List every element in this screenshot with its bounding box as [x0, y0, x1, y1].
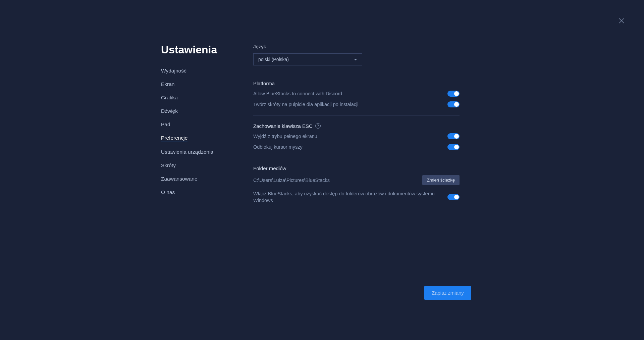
sidebar-item-pad[interactable]: Pad [161, 122, 228, 128]
esc-fullscreen-label: Wyjdź z trybu pełnego ekranu [253, 133, 317, 140]
esc-cursor-toggle[interactable] [447, 144, 460, 150]
content-panel: Język polski (Polska) Platforma Allow Bl… [238, 44, 460, 219]
help-icon[interactable]: ? [315, 123, 321, 129]
media-path: C:\Users\Luiza\Pictures\BlueStacks [253, 178, 330, 183]
media-access-toggle[interactable] [447, 194, 460, 200]
discord-label: Allow BlueStacks to connect with Discord [253, 90, 342, 97]
sidebar-item-screen[interactable]: Ekran [161, 81, 228, 88]
toggle-knob [454, 145, 459, 149]
media-access-label: Włącz BlueStacks, aby uzyskać dostęp do … [253, 190, 441, 204]
discord-toggle[interactable] [447, 91, 460, 97]
sidebar-item-graphics[interactable]: Grafika [161, 95, 228, 101]
page-title: Ustawienia [161, 44, 228, 56]
toggle-knob [454, 91, 459, 96]
section-media: Folder mediów C:\Users\Luiza\Pictures\Bl… [253, 165, 460, 211]
section-title-media: Folder mediów [253, 165, 460, 171]
save-button[interactable]: Zapisz zmiany [424, 286, 471, 300]
close-icon[interactable] [618, 17, 626, 25]
language-select[interactable]: polski (Polska) [253, 53, 362, 65]
section-platform: Platforma Allow BlueStacks to connect wi… [253, 81, 460, 116]
sidebar-item-sound[interactable]: Dźwięk [161, 108, 228, 115]
section-language: Język polski (Polska) [253, 44, 460, 73]
esc-cursor-label: Odblokuj kursor myszy [253, 144, 303, 150]
toggle-knob [454, 195, 459, 199]
chevron-down-icon [354, 59, 357, 60]
section-title-platform: Platforma [253, 81, 460, 86]
change-path-button[interactable]: Zmień ścieżkę [422, 175, 460, 185]
esc-fullscreen-toggle[interactable] [447, 133, 460, 139]
sidebar-item-preferences[interactable]: Preferencje [161, 135, 187, 142]
shortcuts-label: Twórz skróty na pulpicie dla aplikacji p… [253, 101, 359, 108]
sidebar: Wydajność Ekran Grafika Dźwięk Pad Prefe… [161, 68, 228, 196]
sidebar-item-performance[interactable]: Wydajność [161, 68, 228, 75]
sidebar-item-shortcuts[interactable]: Skróty [161, 162, 228, 169]
toggle-knob [454, 102, 459, 107]
language-selected-value: polski (Polska) [258, 57, 289, 62]
sidebar-item-about[interactable]: O nas [161, 189, 228, 196]
sidebar-item-advanced[interactable]: Zaawansowane [161, 176, 228, 183]
shortcuts-toggle[interactable] [447, 101, 460, 107]
section-title-esc: Zachowanie klawisza ESC ? [253, 123, 460, 129]
sidebar-item-device[interactable]: Ustawienia urządzenia [161, 149, 228, 156]
toggle-knob [454, 134, 459, 139]
section-title-language: Język [253, 44, 460, 49]
section-esc: Zachowanie klawisza ESC ? Wyjdź z trybu … [253, 123, 460, 158]
